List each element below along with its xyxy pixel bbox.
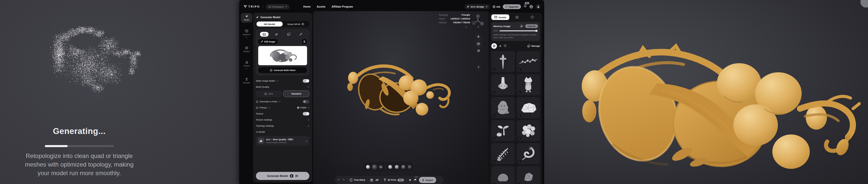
asset-thumbnail-draped-rock[interactable]: i (517, 97, 540, 118)
rail-item-retopo[interactable]: Retopo (241, 45, 252, 54)
tripo-logo[interactable]: TRIPO (244, 5, 260, 8)
info-icon[interactable]: i (518, 114, 521, 117)
material-ball-4[interactable] (408, 165, 411, 168)
material-ball-1[interactable] (388, 165, 392, 169)
view-grid-button[interactable] (491, 43, 497, 49)
environment-light-icon[interactable] (477, 35, 480, 38)
topology-settings-row[interactable]: Topology Settings ▼ (256, 123, 309, 129)
redo-icon[interactable]: ↷ (342, 178, 345, 182)
model-type-tabs: HD Model Smart Mᵉsh (256, 21, 309, 27)
asset-thumbnail-model-11[interactable]: i (491, 166, 515, 184)
export-button[interactable]: Export (419, 177, 436, 183)
rail-item-animate[interactable]: Animate (241, 76, 252, 85)
asset-thumbnail-creature[interactable]: i (491, 97, 515, 118)
asset-thumbnail-mushroom-coral[interactable]: i (491, 120, 515, 141)
asset-thumbnail-blob-cluster[interactable]: i (517, 120, 540, 141)
favorites-star-icon[interactable]: ★ (499, 44, 502, 48)
share-button[interactable]: +300 (414, 178, 417, 182)
info-icon[interactable]: i (518, 160, 521, 163)
info-icon[interactable]: i (493, 183, 496, 184)
tab-history[interactable] (525, 16, 540, 19)
asset-thumbnail-shrimp[interactable]: i (517, 143, 540, 164)
dcc-bridge-button[interactable]: DCC Bridge (465, 4, 490, 9)
rail-item-segment[interactable]: Segment ▼ (241, 28, 252, 39)
tab-assets[interactable]: Assets (491, 14, 509, 20)
tab-text-prompt[interactable] (297, 32, 305, 37)
info-icon[interactable]: i (518, 137, 521, 140)
notifications-button[interactable]: 60 (524, 4, 527, 9)
free-retry-button[interactable]: Free Retry (349, 178, 365, 181)
undo-icon[interactable]: ↶ (337, 178, 340, 182)
header-divider: | (262, 5, 263, 8)
ai-model-select[interactable]: v3.1 – Best Quality NEW Expect longer wa… (256, 136, 309, 146)
mesh-quality-standard[interactable]: Standard (283, 90, 310, 97)
nav-affiliate[interactable]: Affiliate Program (332, 5, 353, 8)
tab-single-image[interactable] (260, 32, 269, 37)
info-icon[interactable]: i (493, 114, 496, 117)
info-icon[interactable]: i (493, 91, 496, 94)
upgrade-button[interactable]: Upgrade (503, 4, 521, 9)
asset-thumbnail-spiky-fern[interactable]: i (491, 143, 515, 164)
rail-item-texture[interactable]: Texture ▼ (241, 60, 252, 71)
archive-icon (494, 16, 497, 19)
tab-layers[interactable] (509, 16, 525, 19)
tab-smart-mesh[interactable]: Smart Mᵉsh (283, 22, 309, 27)
info-icon[interactable]: i (493, 137, 496, 140)
favorite-star-icon[interactable]: ★ (409, 178, 412, 182)
generate-in-parts-toggle[interactable] (303, 100, 309, 103)
stylize-icon[interactable] (375, 178, 379, 181)
memory-upgrade-button[interactable]: Upgrade (525, 24, 538, 28)
asset-thumbnail-figurine[interactable]: i (491, 51, 515, 72)
axis-x-label: X (482, 23, 483, 25)
texture-settings-row[interactable]: Texture Settings ▼ (256, 117, 309, 123)
material-ball-2[interactable] (395, 165, 399, 169)
edit-image-button[interactable]: Edit Image (258, 39, 278, 44)
filter-funnel-icon[interactable] (504, 44, 506, 48)
coin-icon (493, 5, 495, 8)
wrench-icon[interactable] (520, 24, 524, 28)
help-button[interactable]: ? (475, 64, 482, 71)
camera-icon[interactable] (477, 42, 480, 45)
input-image-thumbnail[interactable] (258, 46, 307, 65)
generate-model-button[interactable]: Generate Model 35 (256, 172, 309, 180)
tab-multiview[interactable] (272, 32, 281, 37)
axis-gizmo[interactable]: Y X Z (471, 13, 485, 28)
generate-multiviews-button[interactable]: Generate Multi-Views (258, 67, 307, 73)
nav-assets[interactable]: Assets (317, 5, 325, 8)
mesh-quality-ultra[interactable]: Ultra (256, 90, 282, 97)
workspace-selector[interactable]: 3D Workspace ▼ (266, 4, 289, 9)
material-ball-3[interactable] (401, 165, 405, 169)
mode-matcap-ball-active[interactable] (373, 165, 376, 169)
3d-print-button[interactable]: 3D Print New (383, 178, 404, 181)
asset-thumbnail-bull-statue[interactable]: i (491, 74, 515, 95)
gift-icon[interactable] (370, 178, 373, 181)
info-icon[interactable]: i (493, 160, 496, 163)
texture-toggle[interactable] (303, 112, 309, 115)
manage-button[interactable]: Manage (528, 45, 540, 47)
asset-thumbnail-cat-figure[interactable]: i (517, 74, 540, 95)
credits-counter[interactable]: 265 (493, 5, 500, 8)
info-icon[interactable]: i (518, 68, 521, 71)
grid-icon[interactable] (477, 49, 480, 52)
asset-thumbnail-branch[interactable]: i (517, 51, 540, 72)
nav-home[interactable]: Home (303, 5, 311, 8)
delete-image-button[interactable] (302, 39, 307, 44)
info-icon[interactable]: i (518, 91, 521, 94)
app-window: TRIPO | 3D Workspace ▼ Home Assets Affil… (239, 0, 544, 184)
make-image-better-toggle[interactable] (303, 79, 309, 83)
mode-shaded-ball[interactable] (366, 165, 370, 169)
viewport-3d[interactable]: TopologyTriangle Faces1425010 / 1425010 … (313, 11, 489, 184)
generate-in-parts-row: Generate in Parts ⓘ (256, 99, 309, 105)
ai-model-new-badge: NEW (287, 138, 293, 141)
sliders-icon[interactable] (379, 165, 382, 168)
info-icon[interactable]: i (493, 68, 496, 71)
privacy-select[interactable]: Public ▼ (297, 106, 309, 109)
rail-item-model[interactable]: Model (241, 13, 252, 23)
tab-hd-model[interactable]: HD Model (256, 22, 283, 27)
asset-thumbnail-model-12[interactable]: i (517, 166, 540, 184)
info-icon[interactable]: i (518, 183, 521, 184)
tab-gallery[interactable] (284, 32, 293, 37)
tool-rail: Model Segment ▼ Retopo Texture ▼ Animate (241, 13, 253, 85)
user-avatar[interactable] (536, 4, 541, 9)
language-globe-icon[interactable] (529, 5, 533, 9)
